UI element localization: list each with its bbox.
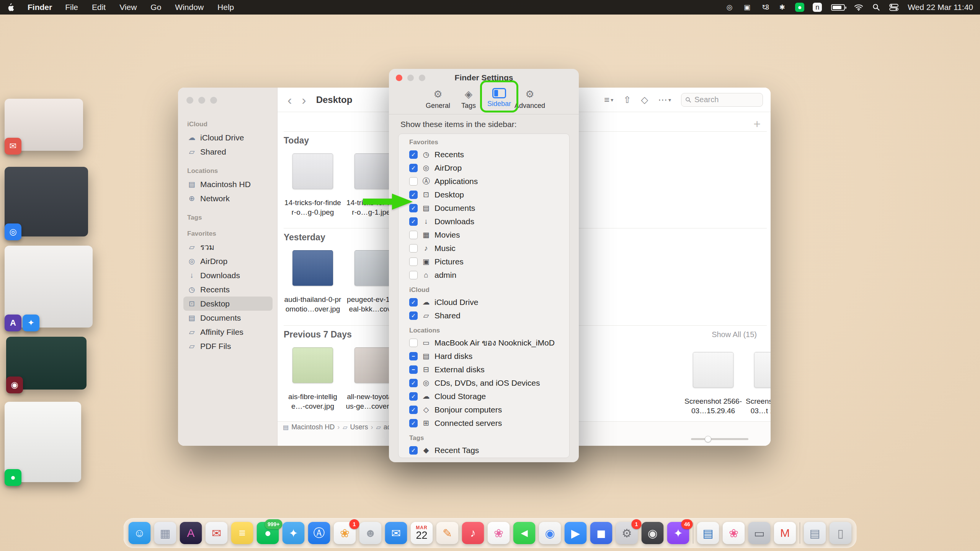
file-item[interactable]: Screenshot 2566-03…15.29.46 (684, 352, 742, 416)
status-item[interactable]: ◎ (725, 3, 734, 12)
photos-alt-icon[interactable]: ❀ (488, 522, 510, 544)
safari-icon[interactable]: ✦ (283, 522, 305, 544)
mail-window[interactable]: ✉ (5, 99, 83, 151)
zoom-icon[interactable]: ▶ (565, 522, 587, 544)
search-input[interactable]: Search (681, 93, 763, 107)
settings-tab[interactable]: ◈ Tags (453, 88, 484, 114)
minimize-button[interactable] (407, 75, 414, 81)
sidebar-item[interactable]: ▱ PDF Fils (183, 339, 273, 353)
sidebar-item[interactable]: ◷ Recents (183, 282, 273, 297)
launchpad-icon[interactable]: ▦ (154, 522, 176, 544)
trash-icon[interactable]: ▯ (830, 522, 852, 544)
control-center-icon[interactable] (889, 3, 898, 11)
path-item[interactable]: ▱ Users › (343, 423, 373, 431)
checkbox[interactable] (409, 244, 418, 253)
window-app-icon[interactable]: ▭ (748, 522, 771, 544)
more-actions-button[interactable]: ⋯ ▾ (658, 95, 671, 105)
settings-tab[interactable]: Sidebar (484, 88, 514, 114)
checkbox[interactable] (409, 339, 418, 347)
menu-item[interactable]: Edit (92, 3, 106, 12)
sidebar-item[interactable]: ☁ iCloud Drive (183, 130, 273, 145)
facetime-icon[interactable]: ◄ (513, 522, 536, 544)
sidebar-item[interactable]: ▤ Macintosh HD (183, 177, 273, 191)
file-item[interactable]: audi-thailand-0-promotio…over.jpg (284, 250, 342, 315)
app-menu-title[interactable]: Finder (28, 3, 52, 12)
settings-tab[interactable]: ⚙ Advanced (514, 88, 545, 114)
spotlight-search-icon[interactable] (872, 3, 880, 11)
status-item[interactable]: ● (795, 3, 804, 12)
zoom-button[interactable] (210, 97, 217, 104)
sidebar-option-row[interactable]: ◆ Recent Tags (399, 443, 569, 457)
checkbox[interactable] (409, 406, 418, 414)
menu-bar-clock[interactable]: Wed 22 Mar 11:40 (908, 3, 973, 12)
contacts-icon[interactable]: ☻ (359, 522, 382, 544)
pink-app-icon[interactable]: ❀ (723, 522, 745, 544)
sidebar-option-row[interactable]: ⊟ External disks (399, 363, 569, 376)
sidebar-item[interactable]: ▱ Shared (183, 145, 273, 159)
system-settings-icon[interactable]: ⚙ 1 (616, 522, 638, 544)
sidebar-option-row[interactable]: ▤ Documents (399, 201, 569, 215)
sidebar-option-row[interactable]: ☁ Cloud Storage (399, 390, 569, 403)
apple-menu-icon[interactable] (7, 3, 15, 12)
checkbox[interactable] (409, 365, 418, 374)
app-store-icon[interactable]: Ⓐ (308, 522, 330, 544)
menu-item[interactable]: Go (150, 3, 161, 12)
file-item[interactable]: 14-tricks-for-finder-o…g-0.jpeg (284, 153, 342, 217)
sidebar-option-row[interactable]: ◇ Bonjour computers (399, 403, 569, 416)
checkbox[interactable] (409, 352, 418, 360)
sidebar-item[interactable]: ▱ รวม (183, 240, 273, 254)
sidebar-option-row[interactable]: ▣ Pictures (399, 255, 569, 268)
settings-tab[interactable]: ⚙ General (423, 88, 453, 114)
blue-cube-app-icon[interactable]: ◼ (590, 522, 612, 544)
sidebar-option-row[interactable]: ↓ Downloads (399, 215, 569, 228)
forward-button[interactable]: › (299, 93, 308, 106)
checkbox[interactable] (409, 231, 418, 239)
menu-item[interactable]: Help (217, 3, 234, 12)
show-all-link[interactable]: Show All (15) (712, 330, 757, 339)
line-icon[interactable]: ● 999+ (257, 522, 279, 544)
view-options-button[interactable]: ≡ ▾ (604, 95, 613, 105)
sidebar-option-row[interactable]: ⊡ Desktop (399, 188, 569, 201)
sidebar-option-row[interactable]: ▭ MacBook Air ของ Nooknick_iMoD (399, 336, 569, 349)
twitch-icon[interactable]: ✦ 46 (667, 522, 689, 544)
checkbox[interactable] (409, 258, 418, 266)
calendar-icon[interactable]: MAR 22 (411, 522, 433, 544)
checkbox[interactable] (409, 298, 418, 306)
status-item[interactable]: ✱ (777, 3, 787, 12)
sidebar-option-row[interactable]: ⌂ admin (399, 268, 569, 282)
sidebar-option-row[interactable]: ⊞ Connected servers (399, 416, 569, 430)
sidebar-option-row[interactable]: ▦ Movies (399, 228, 569, 241)
menu-item[interactable]: View (119, 3, 137, 12)
sidebar-item[interactable]: ⊡ Desktop (183, 297, 273, 311)
close-button[interactable] (186, 97, 193, 104)
sidebar-item[interactable]: ↓ Downloads (183, 268, 273, 282)
checkbox[interactable] (409, 271, 418, 279)
sidebar-item[interactable]: ⊕ Network (183, 191, 273, 205)
red-m-app-icon[interactable]: M (774, 522, 796, 544)
checkbox[interactable] (409, 392, 418, 401)
mail-icon[interactable]: ✉ (206, 522, 228, 544)
dock-app[interactable] (693, 522, 694, 544)
icon-size-slider[interactable] (691, 438, 748, 440)
add-button[interactable]: + (751, 117, 763, 132)
menu-item[interactable]: File (65, 3, 78, 12)
affinity-photo-icon[interactable]: A (180, 522, 202, 544)
chrome-icon[interactable]: ◉ (539, 522, 561, 544)
photos-icon[interactable]: ❀ 1 (334, 522, 356, 544)
sidebar-option-row[interactable]: ▱ Shared (399, 309, 569, 322)
pencil-app-icon[interactable]: ✎ (436, 522, 459, 544)
checkbox[interactable] (409, 379, 418, 387)
sidebar-option-row[interactable]: Ⓐ Applications (399, 174, 569, 188)
zoom-button[interactable] (419, 75, 425, 81)
status-item[interactable]: ↻ 3 (760, 3, 769, 12)
menu-item[interactable]: Window (175, 3, 204, 12)
minimize-button[interactable] (198, 97, 205, 104)
browser-window[interactable]: ◎ (5, 167, 88, 236)
downloads-stack-icon[interactable]: ▤ (804, 522, 826, 544)
game-window[interactable]: ◉ (6, 337, 87, 390)
sidebar-item[interactable]: ▱ Affinity Files (183, 325, 273, 339)
share-button[interactable]: ⇧ (623, 95, 631, 105)
checkbox[interactable] (409, 311, 418, 320)
file-item[interactable]: ais-fibre-intellige…-cover.jpg (284, 347, 342, 411)
checkbox[interactable] (409, 446, 418, 455)
